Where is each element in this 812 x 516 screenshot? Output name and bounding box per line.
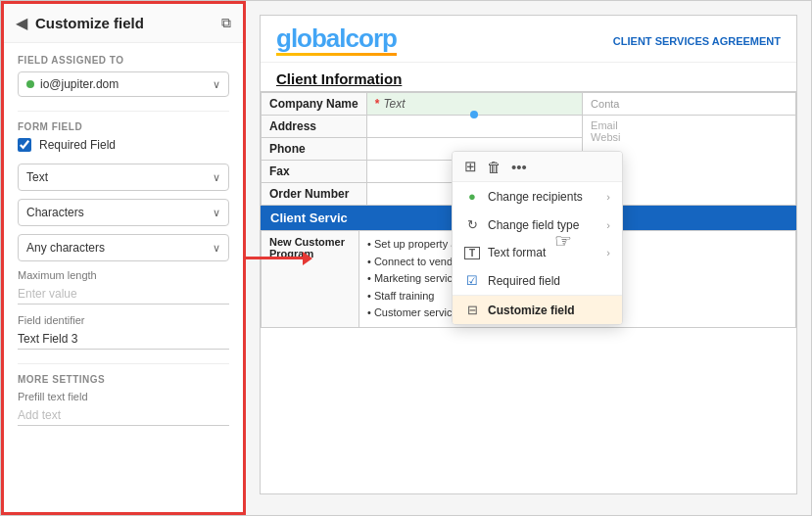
form-field-section: FORM FIELD Required Field Text ∨ Charact…: [18, 111, 229, 350]
table-row: Company Name * Text Conta: [262, 93, 796, 116]
required-field-row: Required Field: [18, 138, 229, 152]
prefill-input[interactable]: Add text: [18, 405, 229, 426]
text-format-icon: T: [464, 247, 480, 259]
customize-icon: ⊟: [464, 303, 480, 317]
change-recipients-label: Change recipients: [488, 190, 583, 204]
required-field-item[interactable]: ☑ Required field: [453, 266, 622, 295]
required-field-checkbox[interactable]: [18, 138, 31, 152]
more-icon[interactable]: •••: [511, 159, 527, 175]
field-assigned-dropdown[interactable]: io@jupiter.dom ∨: [18, 71, 229, 97]
item-left: ☑ Required field: [464, 273, 560, 288]
panel-title: Customize field: [35, 15, 144, 31]
recipients-icon: ●: [464, 189, 480, 204]
status-dot: [26, 80, 34, 88]
characters-value: Characters: [26, 206, 84, 219]
item-left: T Text format: [464, 246, 546, 259]
field-identifier-group: Field identifier Text Field 3: [18, 314, 229, 350]
prefill-text-label: Prefill text field: [18, 391, 229, 402]
doc-header: globalcorp CLIENT SERVICES AGREEMENT: [261, 16, 796, 63]
context-menu: ⊞ 🗑 ••• ● Change recipients › ↻ Ch: [452, 151, 623, 325]
text-type-dropdown[interactable]: Text ∨: [18, 164, 229, 191]
doc-title: CLIENT SERVICES AGREEMENT: [613, 35, 781, 47]
required-asterisk: *: [375, 97, 380, 111]
logo: globalcorp: [276, 25, 397, 51]
change-recipients-item[interactable]: ● Change recipients ›: [453, 182, 622, 211]
fax-label: Fax: [262, 161, 367, 183]
arrow-line: [244, 257, 303, 259]
red-arrow: [244, 252, 312, 265]
left-header: ◀ Customize field ⧉: [4, 4, 243, 43]
change-field-type-item[interactable]: ↻ Change field type ›: [453, 211, 622, 239]
required-field-checkbox-label: Required Field: [39, 138, 116, 152]
more-settings-label: MORE SETTINGS: [18, 374, 229, 385]
app-wrapper: ◀ Customize field ⧉ FIELD ASSIGNED TO io…: [0, 0, 812, 516]
arrow-head: [303, 252, 312, 265]
more-settings-section: MORE SETTINGS Prefill text field Add tex…: [18, 363, 229, 426]
new-customer-label: New CustomerProgram: [262, 231, 359, 328]
order-number-label: Order Number: [262, 183, 367, 206]
item-left: ⊟ Customize field: [464, 303, 575, 317]
chevron-down-icon: ∨: [213, 242, 220, 255]
text-format-label: Text format: [488, 246, 546, 259]
arrow-icon: ›: [606, 219, 610, 231]
field-identifier-label: Field identifier: [18, 314, 229, 326]
field-assigned-value: io@jupiter.dom: [40, 77, 213, 91]
any-characters-dropdown[interactable]: Any characters ∨: [18, 234, 229, 261]
delete-icon[interactable]: 🗑: [487, 159, 502, 175]
email-col: Email: [591, 119, 788, 131]
field-assigned-section: FIELD ASSIGNED TO io@jupiter.dom ∨: [18, 55, 229, 97]
characters-dropdown[interactable]: Characters ∨: [18, 199, 229, 226]
customize-field-label: Customize field: [488, 304, 575, 317]
max-length-input[interactable]: Enter value: [18, 284, 229, 305]
copy-icon[interactable]: ⧉: [221, 15, 231, 31]
item-left: ● Change recipients: [464, 189, 583, 204]
field-assigned-label: FIELD ASSIGNED TO: [18, 55, 229, 66]
text-format-item[interactable]: T Text format ›: [453, 239, 622, 266]
any-characters-value: Any characters: [26, 241, 105, 255]
left-panel: ◀ Customize field ⧉ FIELD ASSIGNED TO io…: [1, 1, 246, 515]
field-resize-handle[interactable]: [470, 111, 478, 118]
logo-part2: corp: [346, 23, 397, 53]
logo-area: globalcorp: [276, 25, 397, 56]
chevron-down-icon: ∨: [213, 78, 220, 91]
table-row: Address Email Websi: [262, 116, 796, 138]
grid-icon[interactable]: ⊞: [464, 158, 477, 175]
company-name-label: Company Name: [262, 93, 367, 116]
item-left: ↻ Change field type: [464, 217, 579, 232]
document-area: globalcorp CLIENT SERVICES AGREEMENT Cli…: [260, 15, 797, 494]
required-field-menu-label: Required field: [488, 274, 560, 288]
phone-label: Phone: [262, 138, 367, 161]
customize-field-item[interactable]: ⊟ Customize field: [453, 295, 622, 324]
logo-underline: [276, 53, 397, 56]
contact-col: Conta: [583, 93, 796, 116]
context-menu-toolbar: ⊞ 🗑 •••: [453, 152, 622, 182]
text-type-value: Text: [26, 170, 48, 184]
text-field-inner: * Text: [375, 97, 574, 111]
max-length-group: Maximum length Enter value: [18, 269, 229, 305]
chevron-down-icon: ∨: [213, 171, 220, 184]
company-name-field[interactable]: * Text: [366, 93, 582, 116]
form-field-label: FORM FIELD: [18, 121, 229, 132]
field-identifier-value[interactable]: Text Field 3: [18, 329, 229, 350]
check-icon: ☑: [464, 273, 480, 288]
website-col: Websi: [591, 131, 788, 143]
arrow-icon: ›: [606, 191, 610, 203]
right-panel: globalcorp CLIENT SERVICES AGREEMENT Cli…: [246, 1, 811, 515]
change-type-icon: ↻: [464, 217, 480, 232]
field-placeholder-text: Text: [383, 97, 405, 111]
max-length-label: Maximum length: [18, 269, 229, 281]
logo-part1: global: [276, 23, 346, 53]
back-button[interactable]: ◀: [16, 14, 27, 32]
arrow-icon: ›: [606, 247, 610, 258]
client-info-heading: Client Information: [261, 63, 796, 92]
left-body: FIELD ASSIGNED TO io@jupiter.dom ∨ FORM …: [4, 43, 243, 512]
address-label: Address: [262, 116, 367, 138]
change-field-type-label: Change field type: [488, 218, 579, 232]
chevron-down-icon: ∨: [213, 207, 220, 219]
